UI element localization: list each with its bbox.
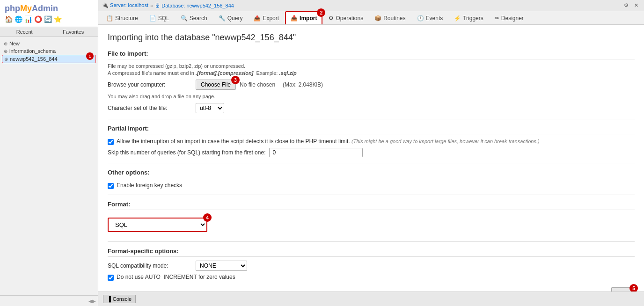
tab-import-label: Import (300, 15, 317, 22)
sidebar-item-information-schema-label: information_schema (9, 48, 56, 54)
go-btn-area: Go 5 (108, 284, 635, 291)
breadcrumb-database[interactable]: 🗄 Database: newwp542_156_844 (155, 3, 234, 8)
no-file-text: No file chosen (240, 81, 275, 88)
allow-interruption-row: Allow the interruption of an import in c… (108, 138, 635, 145)
tab-query[interactable]: 🔧 Query (213, 12, 248, 24)
sidebar-badge-1: 1 (86, 52, 94, 60)
tab-export-label: Export (263, 15, 279, 22)
sidebar-item-information-schema[interactable]: ⊕ information_schema (2, 47, 96, 55)
partial-import-section: Partial import: (108, 125, 635, 134)
export-icon: 📤 (254, 15, 261, 22)
sql-compat-row: SQL compatibility mode: NONE ANSI DB2 MA… (108, 261, 635, 271)
topbar-actions: ⚙ ✕ (622, 1, 640, 9)
operations-icon: ⚙ (329, 15, 334, 22)
charset-row: Character set of the file: utf-8 utf-16 … (108, 103, 635, 113)
sidebar-item-newwp[interactable]: ⊕ newwp542_156_844 1 (2, 55, 96, 63)
foreign-key-checkbox[interactable] (108, 183, 114, 189)
main-area: 🔌 Server: localhost » 🗄 Database: newwp5… (98, 0, 644, 306)
format-select[interactable]: SQL CSV CSV using LOAD DATA JSON Mediawi… (108, 218, 207, 232)
allow-interruption-note: (This might be a good way to import larg… (351, 138, 540, 144)
allow-interruption-label: Allow the interruption of an import in c… (117, 138, 540, 145)
routines-icon: 📦 (374, 15, 381, 22)
format-section: Format: (108, 201, 635, 210)
charset-label: Character set of the file: (108, 105, 192, 111)
skip-label: Skip this number of queries (for SQL) st… (108, 149, 265, 156)
allow-interruption-checkbox[interactable] (108, 139, 114, 145)
console-button[interactable]: ▐ Console (103, 295, 136, 303)
drag-text: You may also drag and drop a file on any… (108, 94, 635, 99)
sidebar-tab-recent[interactable]: Recent (0, 27, 49, 36)
foreign-key-label: Enable foreign key checks (117, 182, 182, 189)
format-select-wrapper: SQL CSV CSV using LOAD DATA JSON Mediawi… (108, 218, 207, 232)
browse-label: Browse your computer: (108, 81, 192, 88)
tab-events-label: Events (426, 15, 443, 22)
auto-increment-label: Do not use AUTO_INCREMENT for zero value… (117, 274, 235, 280)
close-button[interactable]: ✕ (632, 1, 640, 9)
tab-events[interactable]: 🕐 Events (412, 12, 448, 24)
tab-routines-label: Routines (383, 15, 405, 22)
sidebar-content: ⊕ New ⊕ information_schema ⊕ newwp542_15… (0, 37, 98, 295)
skip-input[interactable] (269, 148, 363, 157)
tab-triggers[interactable]: ⚡ Triggers (449, 12, 489, 24)
page-content: Importing into the database "newwp542_15… (98, 25, 644, 291)
foreign-key-row: Enable foreign key checks (108, 182, 635, 189)
sidebar-tab-favorites[interactable]: Favorites (49, 27, 98, 36)
file-to-import-section: File to import: (108, 50, 635, 59)
sql-zip-example: .sql.zip (279, 70, 296, 76)
breadcrumb-server[interactable]: 🔌 Server: localhost (102, 2, 148, 8)
sidebar-item-newwp-label: newwp542_156_844 (10, 56, 58, 62)
designer-icon: ✏ (495, 15, 499, 22)
new-icon: ⊕ (4, 41, 7, 46)
format-compression: .[format].[compression] (196, 70, 253, 76)
sidebar-tabs: Recent Favorites (0, 27, 98, 37)
events-icon: 🕐 (417, 15, 424, 22)
logo-text: phpMyAdmin (5, 4, 93, 14)
topbar: 🔌 Server: localhost » 🗄 Database: newwp5… (98, 0, 644, 11)
sidebar-item-new-label: New (9, 41, 20, 46)
settings-button[interactable]: ⚙ (622, 1, 630, 9)
tab-routines[interactable]: 📦 Routines (369, 12, 410, 24)
tab-operations-label: Operations (336, 15, 363, 22)
file-desc-1: File may be compressed (gzip, bzip2, zip… (108, 63, 635, 69)
go-badge: 5 (629, 284, 638, 291)
tab-search[interactable]: 🔍 Search (176, 12, 212, 24)
tab-search-label: Search (190, 15, 207, 22)
logo-php: php (5, 4, 20, 13)
format-specific-section: Format-specific options: (108, 248, 635, 257)
auto-increment-row: Do not use AUTO_INCREMENT for zero value… (108, 274, 635, 281)
tab-operations[interactable]: ⚙ Operations (323, 12, 368, 24)
nav-tabs: 📋 Structure 📄 SQL 🔍 Search 🔧 Query 📤 Exp… (98, 11, 644, 25)
tab-triggers-label: Triggers (463, 15, 483, 22)
charset-select[interactable]: utf-8 utf-16 latin1 ascii (196, 103, 224, 113)
go-button[interactable]: Go 5 (611, 287, 635, 291)
max-size-text: (Max: 2,048KiB) (283, 81, 323, 88)
tab-import[interactable]: 📥 Import 2 (285, 11, 322, 24)
breadcrumb: 🔌 Server: localhost » 🗄 Database: newwp5… (102, 2, 234, 8)
sql-compat-label: SQL compatibility mode: (108, 262, 192, 269)
sidebar-toggle[interactable]: ◀▶ (88, 299, 96, 304)
tab-sql[interactable]: 📄 SQL (144, 12, 175, 24)
tab-query-label: Query (227, 15, 243, 22)
sql-compat-select[interactable]: NONE ANSI DB2 MAXDB MYSQL323 MYSQL40 MSS… (196, 261, 247, 271)
tab-designer-label: Designer (501, 15, 524, 22)
logo-admin: Admin (32, 4, 58, 13)
footer: ▐ Console (98, 291, 644, 306)
tab-structure-label: Structure (115, 15, 138, 22)
page-title: Importing into the database "newwp542_15… (108, 33, 635, 43)
db-icon-2: ⊕ (4, 57, 8, 62)
choose-file-badge: 3 (231, 76, 240, 84)
sql-icon: 📄 (149, 15, 156, 22)
choose-file-button[interactable]: Choose File 3 (196, 80, 236, 90)
choose-file-label: Choose File (201, 81, 231, 88)
console-icon: ▐ (107, 296, 111, 302)
auto-increment-checkbox[interactable] (108, 275, 114, 281)
go-label: Go (619, 290, 627, 291)
other-options-section: Other options: (108, 169, 635, 178)
logo-my: My (20, 4, 32, 13)
tab-designer[interactable]: ✏ Designer (490, 12, 529, 24)
file-desc-2: A compressed file's name must end in .[f… (108, 70, 635, 76)
db-icon-1: ⊕ (4, 49, 7, 54)
tab-export[interactable]: 📤 Export (249, 12, 284, 24)
sidebar-item-new[interactable]: ⊕ New (2, 40, 96, 47)
tab-structure[interactable]: 📋 Structure (101, 12, 143, 24)
